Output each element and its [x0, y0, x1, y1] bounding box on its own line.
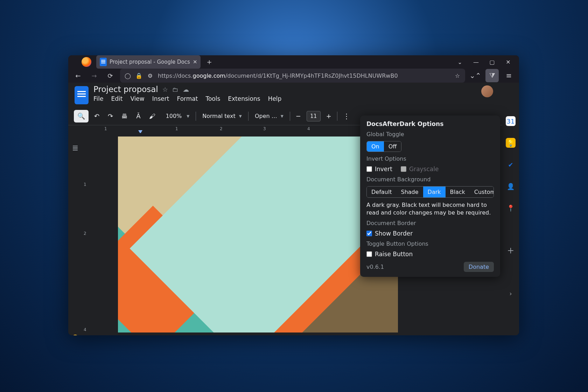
menu-edit[interactable]: Edit: [111, 95, 122, 102]
menu-view[interactable]: View: [130, 95, 144, 102]
url-text: https://docs.google.com/document/d/1KtTg…: [158, 72, 450, 79]
docs-logo-icon[interactable]: [75, 86, 89, 104]
address-bar[interactable]: ◯ 🔒 ⚙ https://docs.google.com/document/d…: [120, 69, 465, 83]
border-label: Document Border: [366, 220, 494, 226]
document-title[interactable]: Project proposal: [93, 85, 158, 94]
search-menus-button[interactable]: 🔍: [74, 110, 89, 122]
contacts-icon[interactable]: 👤: [506, 181, 516, 191]
extension-popup: DocsAfterDark Options Global Toggle On O…: [360, 115, 500, 277]
popup-title: DocsAfterDark Options: [366, 120, 494, 127]
forward-button: →: [88, 69, 100, 82]
print-button[interactable]: 🖶: [119, 110, 131, 122]
move-icon[interactable]: 🗀: [172, 86, 178, 93]
menu-help[interactable]: Help: [268, 95, 282, 102]
show-border-checkbox[interactable]: Show Border: [366, 230, 494, 237]
invert-checkbox[interactable]: Invert: [366, 166, 392, 173]
menu-tools[interactable]: Tools: [205, 95, 220, 102]
tasks-icon[interactable]: ✔: [506, 160, 516, 169]
star-icon[interactable]: ☆: [162, 86, 168, 93]
raise-button-checkbox[interactable]: Raise Button: [366, 251, 494, 258]
paint-format-button[interactable]: 🖌: [146, 110, 158, 122]
menu-format[interactable]: Format: [177, 95, 198, 102]
menubar: File Edit View Insert Format Tools Exten…: [93, 95, 496, 102]
avatar[interactable]: [481, 85, 493, 97]
bg-default[interactable]: Default: [367, 187, 396, 197]
menu-icon[interactable]: ≡: [502, 69, 516, 82]
urlbar: ← → ⟳ ◯ 🔒 ⚙ https://docs.google.com/docu…: [68, 69, 519, 83]
bg-description: A dark gray. Black text will become hard…: [366, 201, 494, 216]
toggle-btn-label: Toggle Button Options: [366, 240, 494, 247]
bg-segmented: Default Shade Dark Black Custom: [366, 186, 494, 198]
ruler-vertical[interactable]: 1 2 4: [82, 133, 90, 335]
undo-button[interactable]: ↶: [91, 110, 102, 122]
docs-header: Project proposal ☆ 🗀 ☁ File Edit View In…: [68, 83, 502, 104]
spellcheck-button[interactable]: Ǎ: [133, 110, 143, 122]
zoom-select[interactable]: 100%▾: [161, 113, 193, 119]
lock-icon[interactable]: 🔒: [135, 72, 142, 79]
side-panel: 31 💡 ✔ 👤 📍 + ›: [502, 83, 519, 335]
browser-window: Project proposal - Google Docs ✕ ＋ ⌄ — ▢…: [68, 55, 519, 335]
calendar-icon[interactable]: 31: [506, 116, 516, 126]
maximize-button[interactable]: ▢: [484, 55, 500, 69]
global-toggle-label: Global Toggle: [366, 131, 494, 138]
tab-active[interactable]: Project proposal - Google Docs ✕: [96, 55, 201, 69]
bg-black[interactable]: Black: [446, 187, 470, 197]
grayscale-checkbox: Grayscale: [401, 166, 439, 173]
cloud-status-icon[interactable]: ☁: [183, 86, 189, 93]
docs-app: Project proposal ☆ 🗀 ☁ File Edit View In…: [68, 83, 519, 335]
invert-label: Invert Options: [366, 155, 494, 162]
add-on-icon[interactable]: +: [506, 246, 516, 255]
collapse-panel-icon[interactable]: ›: [506, 288, 516, 298]
firefox-icon: [82, 57, 91, 67]
minimize-button[interactable]: —: [468, 55, 484, 69]
emoji-reaction-icon[interactable]: 🤩: [72, 334, 79, 335]
global-off-button[interactable]: Off: [384, 141, 401, 152]
tabs-dropdown-icon[interactable]: ⌄: [452, 55, 468, 69]
donate-button[interactable]: Donate: [464, 262, 494, 272]
font-family-select[interactable]: Open …▾: [251, 113, 287, 119]
maps-icon[interactable]: 📍: [506, 203, 516, 213]
titlebar: Project proposal - Google Docs ✕ ＋ ⌄ — ▢…: [68, 55, 519, 69]
global-on-button[interactable]: On: [367, 141, 384, 152]
outline-icon[interactable]: ≣: [72, 144, 78, 152]
version-label: v0.6.1: [366, 264, 384, 270]
permissions-icon[interactable]: ⚙: [147, 72, 154, 79]
bg-custom[interactable]: Custom: [470, 187, 494, 197]
font-size-decrease[interactable]: −: [293, 110, 304, 122]
document-image: [118, 136, 398, 332]
close-button[interactable]: ✕: [500, 55, 516, 69]
reload-button[interactable]: ⟳: [104, 69, 117, 82]
extensions-icon[interactable]: ⧩: [485, 69, 499, 82]
menu-file[interactable]: File: [93, 95, 103, 102]
docs-favicon-icon: [100, 58, 107, 66]
paragraph-style-select[interactable]: Normal text▾: [199, 113, 245, 119]
menu-insert[interactable]: Insert: [152, 95, 169, 102]
tab-title: Project proposal - Google Docs: [110, 59, 190, 65]
font-size-input[interactable]: [307, 111, 321, 121]
new-tab-button[interactable]: ＋: [205, 57, 213, 67]
back-button[interactable]: ←: [72, 69, 84, 82]
left-rail: ≣ 🤩: [68, 133, 82, 335]
menu-extensions[interactable]: Extensions: [228, 95, 260, 102]
shield-icon[interactable]: ◯: [124, 72, 131, 79]
redo-button[interactable]: ↷: [105, 110, 116, 122]
bg-dark[interactable]: Dark: [423, 187, 446, 197]
bookmark-star-icon[interactable]: ☆: [454, 72, 461, 79]
bg-shade[interactable]: Shade: [396, 187, 423, 197]
bg-label: Document Background: [366, 176, 494, 183]
global-toggle: On Off: [366, 141, 401, 152]
pocket-icon[interactable]: ⌄⌃: [469, 69, 482, 82]
keep-icon[interactable]: 💡: [506, 138, 516, 148]
toolbar-more-icon[interactable]: ⋮: [340, 110, 353, 122]
font-size-increase[interactable]: +: [323, 110, 334, 122]
tab-close-icon[interactable]: ✕: [193, 59, 197, 65]
